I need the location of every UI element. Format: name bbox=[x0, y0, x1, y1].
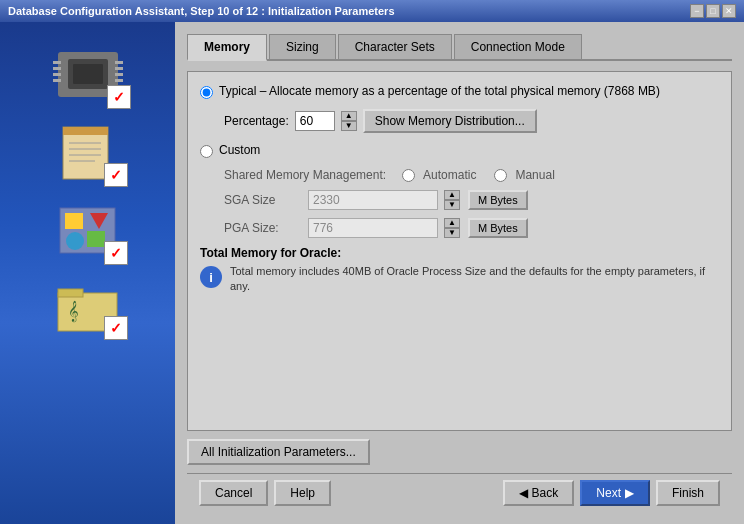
back-button[interactable]: ◀ Back bbox=[503, 480, 575, 506]
tab-bar: Memory Sizing Character Sets Connection … bbox=[187, 34, 732, 61]
svg-rect-9 bbox=[115, 73, 123, 76]
percentage-input[interactable] bbox=[295, 111, 335, 131]
pga-unit-button[interactable]: M Bytes bbox=[468, 218, 528, 238]
next-arrow-icon: ▶ bbox=[625, 486, 634, 500]
pga-spinner-up[interactable]: ▲ bbox=[444, 218, 460, 228]
typical-row: Typical – Allocate memory as a percentag… bbox=[200, 84, 719, 99]
svg-rect-2 bbox=[73, 64, 103, 84]
pga-spinner: ▲ ▼ bbox=[444, 218, 460, 238]
left-panel: ✓ ✓ bbox=[0, 22, 175, 524]
svg-rect-12 bbox=[63, 127, 108, 135]
step-4-item: 𝄞 ✓ bbox=[55, 281, 120, 336]
svg-rect-18 bbox=[65, 213, 83, 229]
title-bar: Database Configuration Assistant, Step 1… bbox=[0, 0, 744, 22]
svg-rect-7 bbox=[115, 61, 123, 64]
tab-character-sets[interactable]: Character Sets bbox=[338, 34, 452, 59]
spinner-down[interactable]: ▼ bbox=[341, 121, 357, 131]
automatic-label: Automatic bbox=[423, 168, 476, 182]
tab-memory[interactable]: Memory bbox=[187, 34, 267, 61]
custom-row: Custom bbox=[200, 143, 719, 158]
main-window: ✓ ✓ bbox=[0, 22, 744, 524]
custom-section: Shared Memory Management: Automatic Manu… bbox=[224, 168, 719, 238]
svg-rect-21 bbox=[87, 231, 105, 247]
svg-text:𝄞: 𝄞 bbox=[68, 300, 79, 323]
sga-spinner-down[interactable]: ▼ bbox=[444, 200, 460, 210]
manual-radio[interactable] bbox=[494, 169, 507, 182]
minimize-button[interactable]: − bbox=[690, 4, 704, 18]
sga-label: SGA Size bbox=[224, 193, 304, 207]
next-label: Next bbox=[596, 486, 621, 500]
bottom-right-buttons: ◀ Back Next ▶ Finish bbox=[503, 480, 720, 506]
back-label: Back bbox=[532, 486, 559, 500]
maximize-button[interactable]: □ bbox=[706, 4, 720, 18]
percentage-label: Percentage: bbox=[224, 114, 289, 128]
help-button[interactable]: Help bbox=[274, 480, 331, 506]
svg-rect-23 bbox=[58, 289, 83, 297]
sga-row: SGA Size ▲ ▼ M Bytes bbox=[224, 190, 719, 210]
svg-rect-6 bbox=[53, 79, 61, 82]
total-memory-label: Total Memory for Oracle: bbox=[200, 246, 341, 260]
tab-connection-mode[interactable]: Connection Mode bbox=[454, 34, 582, 59]
pga-spinner-down[interactable]: ▼ bbox=[444, 228, 460, 238]
window-controls: − □ ✕ bbox=[690, 4, 736, 18]
show-distribution-button[interactable]: Show Memory Distribution... bbox=[363, 109, 537, 133]
content-area: Memory Sizing Character Sets Connection … bbox=[175, 22, 744, 524]
manual-label: Manual bbox=[515, 168, 554, 182]
svg-rect-10 bbox=[115, 79, 123, 82]
sga-spinner: ▲ ▼ bbox=[444, 190, 460, 210]
step-2-item: ✓ bbox=[55, 125, 120, 183]
pga-label: PGA Size: bbox=[224, 221, 304, 235]
svg-rect-5 bbox=[53, 73, 61, 76]
memory-panel: Typical – Allocate memory as a percentag… bbox=[187, 71, 732, 431]
close-button[interactable]: ✕ bbox=[722, 4, 736, 18]
sga-spinner-up[interactable]: ▲ bbox=[444, 190, 460, 200]
custom-radio[interactable] bbox=[200, 145, 213, 158]
info-icon: i bbox=[200, 266, 222, 288]
typical-radio[interactable] bbox=[200, 86, 213, 99]
shared-mem-label: Shared Memory Management: bbox=[224, 168, 386, 182]
bottom-left-buttons: Cancel Help bbox=[199, 480, 331, 506]
percentage-spinner: ▲ ▼ bbox=[341, 111, 357, 131]
spinner-up[interactable]: ▲ bbox=[341, 111, 357, 121]
step-3-item: ✓ bbox=[55, 203, 120, 261]
svg-rect-3 bbox=[53, 61, 61, 64]
info-text: Total memory includes 40MB of Oracle Pro… bbox=[230, 264, 719, 295]
cancel-button[interactable]: Cancel bbox=[199, 480, 268, 506]
svg-rect-4 bbox=[53, 67, 61, 70]
window-title: Database Configuration Assistant, Step 1… bbox=[8, 5, 395, 17]
all-init-parameters-button[interactable]: All Initialization Parameters... bbox=[187, 439, 370, 465]
svg-point-20 bbox=[66, 232, 84, 250]
sga-input[interactable] bbox=[308, 190, 438, 210]
shared-mem-row: Shared Memory Management: Automatic Manu… bbox=[224, 168, 719, 182]
step-2-check: ✓ bbox=[104, 163, 128, 187]
step-4-check: ✓ bbox=[104, 316, 128, 340]
pga-row: PGA Size: ▲ ▼ M Bytes bbox=[224, 218, 719, 238]
finish-button[interactable]: Finish bbox=[656, 480, 720, 506]
pga-input[interactable] bbox=[308, 218, 438, 238]
total-memory-section: Total Memory for Oracle: i Total memory … bbox=[200, 246, 719, 295]
info-row: i Total memory includes 40MB of Oracle P… bbox=[200, 264, 719, 295]
sga-unit-button[interactable]: M Bytes bbox=[468, 190, 528, 210]
svg-rect-8 bbox=[115, 67, 123, 70]
bottom-bar: Cancel Help ◀ Back Next ▶ Finish bbox=[187, 473, 732, 512]
step-1-item: ✓ bbox=[53, 47, 123, 105]
step-1-check: ✓ bbox=[107, 85, 131, 109]
step-3-check: ✓ bbox=[104, 241, 128, 265]
next-button[interactable]: Next ▶ bbox=[580, 480, 650, 506]
percentage-row: Percentage: ▲ ▼ Show Memory Distribution… bbox=[224, 109, 719, 133]
custom-label: Custom bbox=[219, 143, 260, 157]
automatic-radio[interactable] bbox=[402, 169, 415, 182]
tab-sizing[interactable]: Sizing bbox=[269, 34, 336, 59]
back-arrow-icon: ◀ bbox=[519, 486, 528, 500]
typical-label: Typical – Allocate memory as a percentag… bbox=[219, 84, 660, 98]
